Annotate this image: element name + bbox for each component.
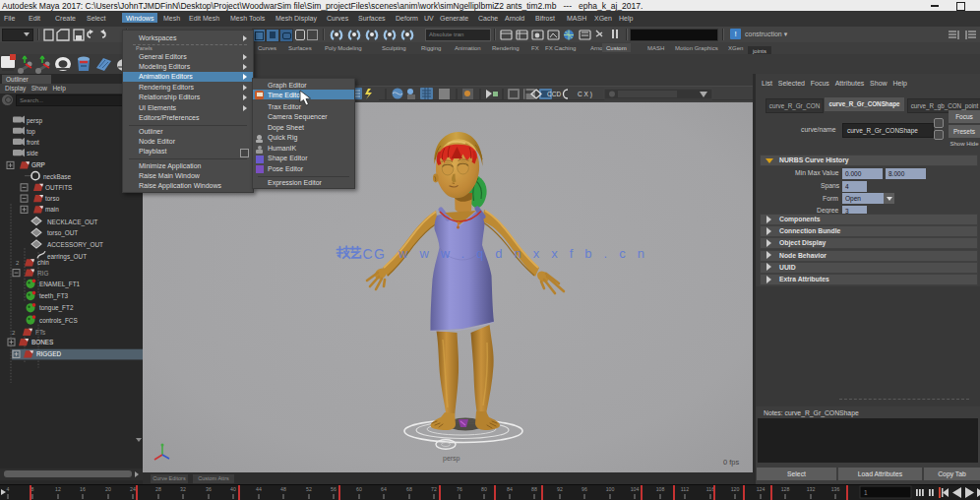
svg-text:4: 4 bbox=[7, 486, 10, 492]
svg-text:116: 116 bbox=[706, 486, 714, 492]
svg-text:100: 100 bbox=[606, 486, 615, 492]
svg-text:64: 64 bbox=[381, 486, 387, 492]
svg-text:52: 52 bbox=[306, 486, 312, 492]
svg-text:8: 8 bbox=[31, 486, 34, 492]
svg-text:persp: persp bbox=[443, 455, 460, 463]
svg-text:neckBase: neckBase bbox=[43, 173, 71, 180]
svg-text:persp: persp bbox=[27, 116, 42, 124]
svg-text:CG: CG bbox=[363, 246, 387, 262]
svg-text:32: 32 bbox=[180, 486, 186, 492]
svg-text:controls_FCS: controls_FCS bbox=[39, 317, 78, 325]
svg-text:36: 36 bbox=[206, 486, 212, 492]
svg-text:RIGGED: RIGGED bbox=[36, 350, 62, 357]
svg-text:teeth_FT3: teeth_FT3 bbox=[39, 292, 69, 300]
svg-text:front: front bbox=[27, 139, 39, 146]
svg-text:2: 2 bbox=[12, 330, 16, 336]
svg-text:76: 76 bbox=[457, 486, 462, 492]
svg-text:124: 124 bbox=[757, 486, 766, 492]
svg-text:20: 20 bbox=[105, 486, 111, 492]
svg-text:56: 56 bbox=[331, 486, 337, 492]
svg-text:NECKLACE_OUT: NECKLACE_OUT bbox=[47, 219, 98, 226]
svg-text:16: 16 bbox=[80, 486, 86, 492]
svg-text:132: 132 bbox=[807, 486, 816, 492]
svg-text:earrings_OUT: earrings_OUT bbox=[47, 253, 87, 261]
svg-text:ACCESSORY_OUT: ACCESSORY_OUT bbox=[47, 241, 103, 249]
svg-text:C X ): C X ) bbox=[578, 91, 592, 98]
svg-text:72: 72 bbox=[431, 486, 437, 492]
svg-text:136: 136 bbox=[831, 486, 840, 492]
svg-text:92: 92 bbox=[557, 486, 563, 492]
svg-text:torso_OUT: torso_OUT bbox=[47, 229, 78, 237]
svg-text:RIG: RIG bbox=[37, 270, 48, 277]
svg-text:84: 84 bbox=[507, 486, 513, 492]
svg-text:80: 80 bbox=[481, 486, 487, 492]
svg-text:BONES: BONES bbox=[31, 339, 54, 345]
svg-text:ENAMEL_FT1: ENAMEL_FT1 bbox=[39, 281, 81, 288]
svg-text:1: 1 bbox=[864, 489, 868, 496]
svg-text:128: 128 bbox=[781, 486, 790, 492]
svg-text:side: side bbox=[27, 150, 38, 156]
svg-text:112: 112 bbox=[681, 486, 689, 492]
svg-text:108: 108 bbox=[656, 486, 665, 492]
svg-text:www.qdnxxfb.cn: www.qdnxxfb.cn bbox=[398, 246, 656, 261]
svg-text:chin: chin bbox=[37, 259, 49, 266]
svg-text:68: 68 bbox=[406, 486, 412, 492]
svg-text:88: 88 bbox=[531, 486, 537, 492]
svg-text:24: 24 bbox=[130, 486, 136, 492]
svg-text:2: 2 bbox=[16, 260, 20, 266]
svg-text:FTs: FTs bbox=[35, 329, 45, 336]
svg-text:OUTFITS: OUTFITS bbox=[45, 184, 73, 191]
svg-text:12: 12 bbox=[55, 486, 61, 492]
svg-text:tongue_FT2: tongue_FT2 bbox=[39, 304, 74, 312]
svg-text:120: 120 bbox=[731, 486, 740, 492]
svg-text:torso: torso bbox=[45, 195, 60, 202]
svg-text:96: 96 bbox=[582, 486, 587, 492]
svg-text:44: 44 bbox=[256, 486, 262, 492]
svg-text:GRP: GRP bbox=[31, 161, 45, 168]
svg-text:60: 60 bbox=[356, 486, 362, 492]
svg-text:main: main bbox=[45, 206, 59, 213]
svg-text:28: 28 bbox=[155, 486, 161, 492]
svg-text:104: 104 bbox=[631, 486, 640, 492]
svg-text:40: 40 bbox=[230, 486, 236, 492]
svg-text:top: top bbox=[27, 128, 35, 136]
svg-text:48: 48 bbox=[280, 486, 286, 492]
svg-text:0 fps: 0 fps bbox=[723, 458, 740, 467]
svg-text:CCD: CCD bbox=[547, 91, 561, 97]
